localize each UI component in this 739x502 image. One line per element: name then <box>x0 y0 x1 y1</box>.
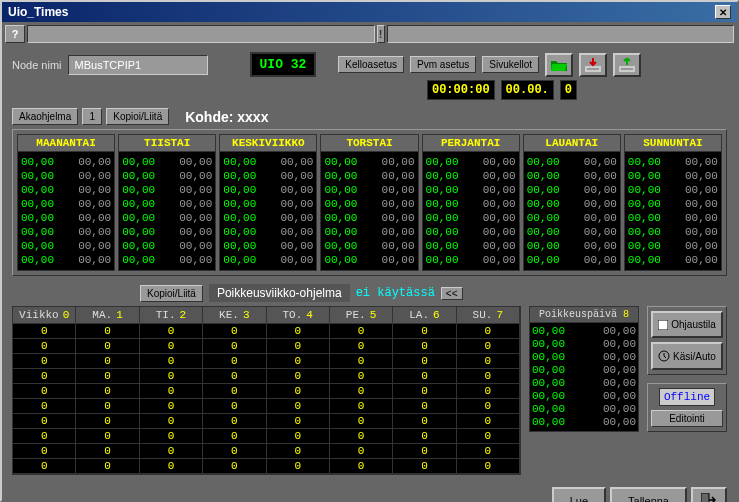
day-time-row[interactable]: 00,0000,00 <box>122 225 212 239</box>
day-time-row[interactable]: 00,0000,00 <box>122 155 212 169</box>
pk-on[interactable]: 00,00 <box>532 338 565 351</box>
time-off[interactable]: 00,00 <box>179 239 212 253</box>
pk-on[interactable]: 00,00 <box>532 403 565 416</box>
copy-paste-button[interactable]: Kopioi/Liitä <box>106 108 169 125</box>
week-cell[interactable]: 0 <box>393 369 456 383</box>
time-on[interactable]: 00,00 <box>122 239 155 253</box>
pk-off[interactable]: 00,00 <box>603 377 636 390</box>
time-off[interactable]: 00,00 <box>685 169 718 183</box>
week-cell[interactable]: 0 <box>203 444 266 458</box>
week-cell[interactable]: 0 <box>140 414 203 428</box>
time-off[interactable]: 00,00 <box>78 239 111 253</box>
time-off[interactable]: 00,00 <box>483 155 516 169</box>
time-off[interactable]: 00,00 <box>382 155 415 169</box>
day-body[interactable]: 00,0000,0000,0000,0000,0000,0000,0000,00… <box>18 152 114 270</box>
time-on[interactable]: 00,00 <box>122 211 155 225</box>
week-cell[interactable]: 0 <box>393 354 456 368</box>
day-time-row[interactable]: 00,0000,00 <box>122 239 212 253</box>
day-time-row[interactable]: 00,0000,00 <box>426 253 516 267</box>
day-time-row[interactable]: 00,0000,00 <box>122 169 212 183</box>
week-cell[interactable]: 0 <box>330 444 393 458</box>
week-row[interactable]: 00000000 <box>13 429 520 444</box>
day-time-row[interactable]: 00,0000,00 <box>628 183 718 197</box>
week-row[interactable]: 00000000 <box>13 384 520 399</box>
time-off[interactable]: 00,00 <box>584 239 617 253</box>
day-time-row[interactable]: 00,0000,00 <box>21 211 111 225</box>
pk-row[interactable]: 00,0000,00 <box>532 338 636 351</box>
time-off[interactable]: 00,00 <box>280 155 313 169</box>
week-cell[interactable]: 0 <box>267 384 330 398</box>
week-cell[interactable]: 0 <box>393 399 456 413</box>
pk-on[interactable]: 00,00 <box>532 416 565 429</box>
exit-icon-button[interactable] <box>691 487 727 502</box>
day-time-row[interactable]: 00,0000,00 <box>628 239 718 253</box>
time-on[interactable]: 00,00 <box>324 197 357 211</box>
time-off[interactable]: 00,00 <box>584 155 617 169</box>
time-off[interactable]: 00,00 <box>78 211 111 225</box>
week-cell[interactable]: 0 <box>76 429 139 443</box>
week-cell[interactable]: 0 <box>13 399 76 413</box>
week-cell[interactable]: 0 <box>203 414 266 428</box>
week-row[interactable]: 00000000 <box>13 459 520 474</box>
time-off[interactable]: 00,00 <box>685 225 718 239</box>
time-on[interactable]: 00,00 <box>21 169 54 183</box>
day-time-row[interactable]: 00,0000,00 <box>223 239 313 253</box>
day-time-row[interactable]: 00,0000,00 <box>223 253 313 267</box>
week-cell[interactable]: 0 <box>267 399 330 413</box>
week-cell[interactable]: 0 <box>140 324 203 338</box>
day-time-row[interactable]: 00,0000,00 <box>628 211 718 225</box>
week-cell[interactable]: 0 <box>393 414 456 428</box>
day-time-row[interactable]: 00,0000,00 <box>223 211 313 225</box>
week-cell[interactable]: 0 <box>203 429 266 443</box>
folder-icon-button[interactable] <box>545 53 573 77</box>
time-on[interactable]: 00,00 <box>628 239 661 253</box>
day-time-row[interactable]: 00,0000,00 <box>527 183 617 197</box>
time-on[interactable]: 00,00 <box>527 183 560 197</box>
time-on[interactable]: 00,00 <box>21 197 54 211</box>
day-time-row[interactable]: 00,0000,00 <box>628 197 718 211</box>
time-on[interactable]: 00,00 <box>628 197 661 211</box>
time-on[interactable]: 00,00 <box>122 253 155 267</box>
time-on[interactable]: 00,00 <box>21 225 54 239</box>
time-off[interactable]: 00,00 <box>584 211 617 225</box>
day-time-row[interactable]: 00,0000,00 <box>527 225 617 239</box>
week-cell[interactable]: 0 <box>393 429 456 443</box>
time-on[interactable]: 00,00 <box>223 225 256 239</box>
time-on[interactable]: 00,00 <box>527 211 560 225</box>
time-on[interactable]: 00,00 <box>426 225 459 239</box>
week-cell[interactable]: 0 <box>393 339 456 353</box>
time-off[interactable]: 00,00 <box>382 225 415 239</box>
time-on[interactable]: 00,00 <box>223 197 256 211</box>
day-time-row[interactable]: 00,0000,00 <box>426 211 516 225</box>
pk-off[interactable]: 00,00 <box>603 338 636 351</box>
week-cell[interactable]: 0 <box>330 459 393 473</box>
week-cell[interactable]: 0 <box>140 354 203 368</box>
time-on[interactable]: 00,00 <box>122 183 155 197</box>
week-cell[interactable]: 0 <box>457 324 520 338</box>
time-on[interactable]: 00,00 <box>628 169 661 183</box>
pk-on[interactable]: 00,00 <box>532 390 565 403</box>
week-cell[interactable]: 0 <box>76 384 139 398</box>
time-off[interactable]: 00,00 <box>179 225 212 239</box>
day-time-row[interactable]: 00,0000,00 <box>223 197 313 211</box>
week-cell[interactable]: 0 <box>330 429 393 443</box>
page-clocks-button[interactable]: Sivukellot <box>482 56 539 73</box>
week-cell[interactable]: 0 <box>203 324 266 338</box>
week-cell[interactable]: 0 <box>330 399 393 413</box>
time-off[interactable]: 00,00 <box>483 225 516 239</box>
day-time-row[interactable]: 00,0000,00 <box>426 169 516 183</box>
time-off[interactable]: 00,00 <box>78 253 111 267</box>
pk-on[interactable]: 00,00 <box>532 377 565 390</box>
week-cell[interactable]: 0 <box>76 444 139 458</box>
time-on[interactable]: 00,00 <box>527 155 560 169</box>
week-cell[interactable]: 0 <box>330 339 393 353</box>
day-time-row[interactable]: 00,0000,00 <box>223 183 313 197</box>
time-off[interactable]: 00,00 <box>584 197 617 211</box>
week-cell[interactable]: 0 <box>203 354 266 368</box>
week-cell[interactable]: 0 <box>13 459 76 473</box>
time-on[interactable]: 00,00 <box>324 211 357 225</box>
time-on[interactable]: 00,00 <box>426 169 459 183</box>
week-cell[interactable]: 0 <box>457 369 520 383</box>
time-off[interactable]: 00,00 <box>179 155 212 169</box>
week-cell[interactable]: 0 <box>140 384 203 398</box>
